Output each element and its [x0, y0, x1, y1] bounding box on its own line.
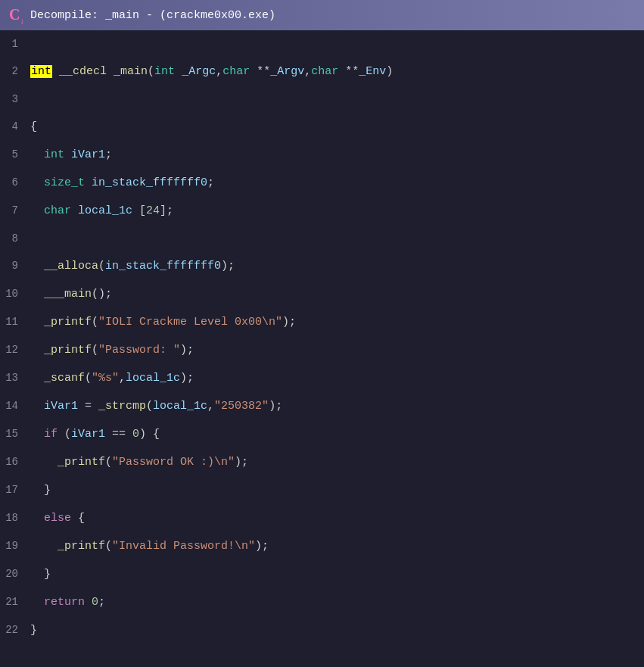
line-number-8: 8	[0, 225, 30, 252]
line-number-9: 9	[0, 252, 30, 279]
line-number-17: 17	[0, 476, 30, 503]
code-line-11: 11 _printf("IOLI Crackme Level 0x00\n");	[0, 308, 644, 336]
line-content-2: int __cdecl _main(int _Argc,char **_Argv…	[30, 58, 393, 86]
line-number-16: 16	[0, 448, 30, 475]
line-number-11: 11	[0, 308, 30, 335]
line-number-20: 20	[0, 560, 30, 588]
code-line-19: 19 _printf("Invalid Password!\n");	[0, 532, 644, 560]
code-line-3: 3	[0, 86, 644, 113]
line-content-15: if (iVar1 == 0) {	[30, 421, 160, 448]
code-line-12: 12 _printf("Password: ");	[0, 336, 644, 364]
line-content-14: iVar1 = _strcmp(local_1c,"250382");	[30, 393, 282, 420]
code-line-4: 4 {	[0, 113, 644, 141]
line-content-12: _printf("Password: ");	[30, 337, 194, 364]
code-line-8: 8	[0, 225, 644, 252]
code-line-16: 16 _printf("Password OK :)\n");	[0, 448, 644, 476]
line-content-21: return 0;	[30, 589, 105, 616]
line-content-19: _printf("Invalid Password!\n");	[30, 533, 269, 560]
line-number-15: 15	[0, 420, 30, 447]
title-bar: C↓ Decompile: _main - (crackme0x00.exe)	[0, 0, 644, 30]
line-content-7: char local_1c [24];	[30, 198, 173, 225]
line-content-10: ___main();	[30, 281, 112, 308]
line-number-1: 1	[0, 30, 30, 58]
code-line-18: 18 else {	[0, 504, 644, 532]
line-number-14: 14	[0, 392, 30, 419]
line-number-3: 3	[0, 86, 30, 113]
line-content-11: _printf("IOLI Crackme Level 0x00\n");	[30, 309, 296, 336]
code-line-10: 10 ___main();	[0, 280, 644, 308]
line-content-22: }	[30, 617, 37, 644]
code-line-20: 20 }	[0, 560, 644, 588]
title-bar-text: Decompile: _main - (crackme0x00.exe)	[30, 9, 275, 22]
code-line-15: 15 if (iVar1 == 0) {	[0, 420, 644, 448]
line-content-5: int iVar1;	[30, 142, 112, 169]
line-content-20: }	[30, 561, 51, 588]
line-content-13: _scanf("%s",local_1c);	[30, 365, 194, 392]
code-line-1: 1	[0, 30, 644, 58]
line-number-12: 12	[0, 336, 30, 363]
code-line-13: 13 _scanf("%s",local_1c);	[0, 364, 644, 392]
line-number-21: 21	[0, 588, 30, 616]
code-line-17: 17 }	[0, 476, 644, 504]
code-line-14: 14 iVar1 = _strcmp(local_1c,"250382");	[0, 392, 644, 420]
line-number-4: 4	[0, 113, 30, 140]
code-line-9: 9 __alloca(in_stack_fffffff0);	[0, 252, 644, 280]
line-number-18: 18	[0, 504, 30, 531]
line-content-4: {	[30, 114, 37, 141]
line-content-18: else {	[30, 505, 85, 532]
code-line-22: 22 }	[0, 616, 644, 644]
line-number-7: 7	[0, 197, 30, 224]
line-number-19: 19	[0, 532, 30, 559]
line-content-6: size_t in_stack_fffffff0;	[30, 170, 214, 197]
code-area: 1 2 int __cdecl _main(int _Argc,char **_…	[0, 30, 644, 667]
line-number-6: 6	[0, 169, 30, 196]
title-bar-icon: C↓	[9, 6, 24, 25]
line-number-22: 22	[0, 616, 30, 644]
code-line-5: 5 int iVar1;	[0, 141, 644, 169]
code-line-7: 7 char local_1c [24];	[0, 197, 644, 225]
line-content-9: __alloca(in_stack_fffffff0);	[30, 253, 235, 280]
code-line-6: 6 size_t in_stack_fffffff0;	[0, 169, 644, 197]
line-number-5: 5	[0, 141, 30, 168]
code-line-21: 21 return 0;	[0, 588, 644, 616]
code-line-2: 2 int __cdecl _main(int _Argc,char **_Ar…	[0, 58, 644, 86]
line-content-16: _printf("Password OK :)\n");	[30, 449, 248, 476]
line-number-10: 10	[0, 280, 30, 307]
line-number-2: 2	[0, 58, 30, 85]
line-number-13: 13	[0, 364, 30, 391]
line-content-17: }	[30, 477, 51, 504]
